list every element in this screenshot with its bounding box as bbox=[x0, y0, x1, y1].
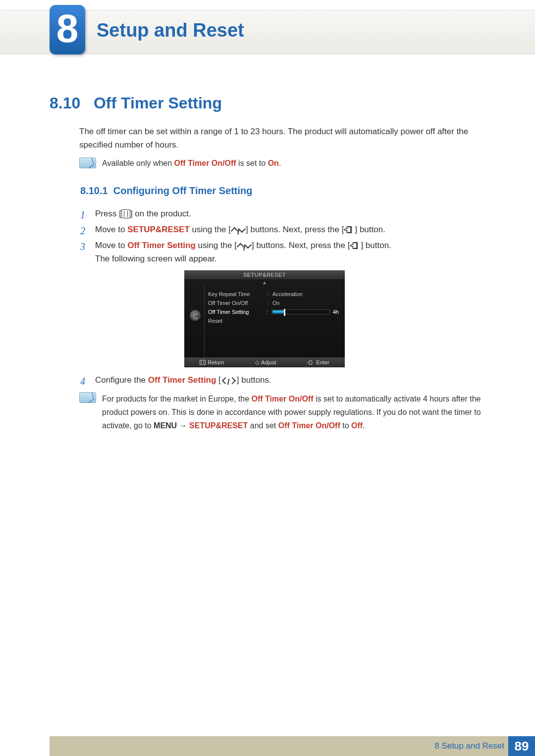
note-text: Available only when Off Timer On/Off is … bbox=[102, 157, 281, 169]
text: For products for the market in Europe, t… bbox=[102, 395, 251, 403]
text: ] button. bbox=[361, 241, 391, 250]
osd-slider bbox=[271, 309, 330, 314]
adjust-icon: ◇ bbox=[255, 359, 259, 366]
text: ] on the product. bbox=[130, 209, 191, 218]
arrow-icon: → bbox=[177, 421, 189, 430]
text-highlight: Off Timer On/Off bbox=[174, 159, 236, 167]
text: Adjust bbox=[261, 359, 276, 365]
section-number: 8.10 bbox=[50, 94, 80, 112]
text: Press [ bbox=[95, 209, 121, 218]
text: Return bbox=[208, 359, 224, 365]
subsection-number: 8.10.1 bbox=[80, 185, 108, 196]
menu-icon bbox=[200, 360, 206, 365]
osd-footer-adjust: ◇Adjust bbox=[255, 359, 276, 366]
text-highlight: Off Timer Setting bbox=[127, 241, 196, 250]
text: and set bbox=[248, 421, 278, 430]
step-2: 2 Move to SETUP&RESET using the [/] butt… bbox=[80, 223, 485, 239]
osd-divider-curve bbox=[198, 284, 205, 357]
osd-colon: : bbox=[268, 291, 272, 297]
text-highlight: Off Timer On/Off bbox=[278, 421, 340, 430]
text-highlight: SETUP&RESET bbox=[189, 421, 248, 430]
osd-scroll-up-icon: ▲ bbox=[184, 279, 345, 285]
text: ] button. bbox=[355, 225, 385, 234]
text: ] buttons. Next, press the [ bbox=[252, 241, 350, 250]
text: using the [ bbox=[190, 225, 231, 234]
enter-icon bbox=[307, 360, 314, 365]
text: Configure the bbox=[95, 375, 148, 385]
footer-chapter-ref: 8 Setup and Reset bbox=[434, 741, 504, 751]
osd-row: Off Timer On/Off : On bbox=[208, 299, 339, 307]
text-highlight: On bbox=[268, 159, 279, 167]
page-number: 89 bbox=[508, 736, 535, 756]
step-text: Press [] on the product. bbox=[95, 207, 191, 220]
osd-row: Key Repeat Time : Acceleration bbox=[208, 290, 339, 298]
section-heading: 8.10 Off Timer Setting bbox=[50, 94, 222, 112]
step-number: 3 bbox=[80, 239, 95, 254]
text: ] buttons. bbox=[237, 375, 271, 385]
step-4: 4 Configure the Off Timer Setting [/] bu… bbox=[80, 373, 485, 389]
text-highlight: Off Timer Setting bbox=[148, 375, 216, 385]
osd-label: Off Timer On/Off bbox=[208, 300, 268, 306]
text: [ bbox=[216, 375, 220, 385]
osd-footer-enter: Enter bbox=[307, 359, 329, 365]
up-down-icon: / bbox=[231, 225, 246, 234]
enter-icon bbox=[344, 225, 355, 234]
step-number: 4 bbox=[80, 373, 95, 389]
step-text: Move to SETUP&RESET using the [/] button… bbox=[95, 223, 385, 236]
osd-value: Acceleration bbox=[272, 291, 303, 297]
osd-colon: : bbox=[268, 300, 272, 306]
osd-slider-value: 4h bbox=[333, 309, 339, 315]
note-text: For products for the market in Europe, t… bbox=[102, 392, 485, 433]
subsection-title: Configuring Off Timer Setting bbox=[113, 185, 253, 196]
section-title: Off Timer Setting bbox=[94, 94, 222, 112]
text: Move to bbox=[95, 241, 127, 250]
osd-label: Off Timer Setting bbox=[208, 309, 267, 315]
page-footer: 8 Setup and Reset 89 bbox=[0, 729, 535, 756]
step-text: Move to Off Timer Setting using the [/] … bbox=[95, 239, 391, 265]
step-number: 1 bbox=[80, 207, 95, 223]
text: . bbox=[279, 159, 281, 167]
osd-body: Key Repeat Time : Acceleration Off Timer… bbox=[184, 285, 345, 357]
text: The following screen will appear. bbox=[95, 254, 217, 263]
text: . bbox=[363, 421, 365, 430]
step-1: 1 Press [] on the product. bbox=[80, 207, 485, 223]
osd-title: SETUP&RESET bbox=[184, 270, 345, 279]
enter-icon bbox=[350, 241, 361, 250]
osd-screenshot: SETUP&RESET ▲ Key Repeat Time : Accelera… bbox=[184, 270, 345, 367]
osd-label: Key Repeat Time bbox=[208, 291, 268, 297]
text: ] buttons. Next, press the [ bbox=[246, 225, 344, 234]
slider-fill bbox=[272, 310, 285, 313]
osd-value: On bbox=[272, 300, 280, 306]
osd-row-selected: Off Timer Setting : 4h bbox=[208, 308, 339, 316]
chapter-number-badge: 8 bbox=[50, 5, 85, 54]
slider-knob bbox=[284, 309, 285, 316]
text-highlight: Off Timer On/Off bbox=[251, 395, 313, 403]
text-highlight: Off bbox=[351, 421, 363, 430]
text: Enter bbox=[316, 359, 329, 365]
step-text: Configure the Off Timer Setting [/] butt… bbox=[95, 373, 271, 387]
text-highlight: SETUP&RESET bbox=[127, 225, 190, 234]
text: is set to bbox=[236, 159, 268, 167]
section-intro: The off timer can be set within a range … bbox=[79, 125, 485, 151]
gear-icon bbox=[190, 310, 201, 321]
note-block: Available only when Off Timer On/Off is … bbox=[79, 157, 485, 169]
osd-colon: : bbox=[267, 309, 271, 315]
step-number: 2 bbox=[80, 223, 95, 239]
step-3: 3 Move to Off Timer Setting using the [/… bbox=[80, 239, 485, 265]
menu-icon bbox=[121, 209, 130, 218]
osd-row: Reset bbox=[208, 317, 339, 325]
up-down-icon: / bbox=[237, 241, 252, 250]
text: Move to bbox=[95, 225, 127, 234]
text: to bbox=[340, 421, 351, 430]
text: using the [ bbox=[196, 241, 237, 250]
subsection-heading: 8.10.1 Configuring Off Timer Setting bbox=[80, 185, 252, 197]
text-bold: MENU bbox=[154, 421, 177, 430]
left-right-icon: / bbox=[221, 376, 237, 385]
text: Available only when bbox=[102, 159, 174, 167]
note-icon bbox=[79, 157, 96, 168]
note-block: For products for the market in Europe, t… bbox=[79, 392, 485, 433]
osd-footer: Return ◇Adjust Enter bbox=[184, 357, 345, 367]
note-icon bbox=[79, 392, 96, 403]
chapter-title: Setup and Reset bbox=[97, 20, 244, 41]
osd-label: Reset bbox=[208, 318, 268, 324]
